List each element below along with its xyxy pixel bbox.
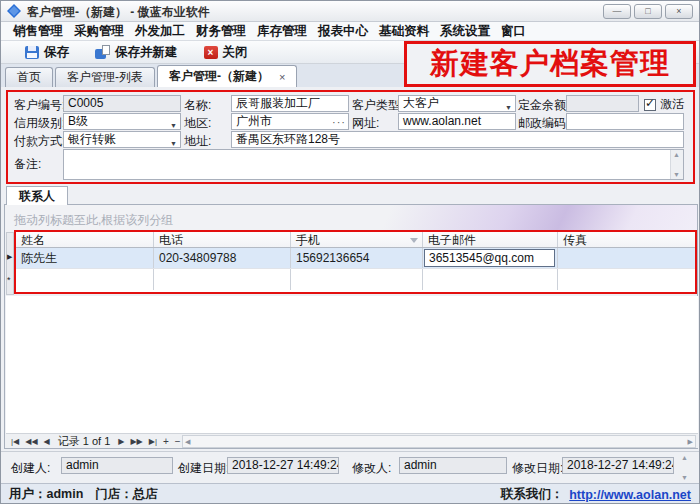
nav-next-page-button[interactable]: ▶▶ [130,437,142,446]
title-bar: 客户管理-（新建） - 傲蓝布业软件 — □ × [1,1,699,22]
customer-no-field[interactable]: C0005 [63,95,181,112]
nav-last-button[interactable]: ▶| [149,437,157,446]
payment-label: 付款方式: [14,133,65,150]
cell-email[interactable] [423,269,558,290]
menu-sales[interactable]: 销售管理 [13,23,63,40]
tab-customer-new-label: 客户管理-（新建） [169,68,269,85]
scroll-down-icon[interactable]: ▼ [673,171,680,178]
cell-fax[interactable] [558,269,691,290]
menu-settings[interactable]: 系统设置 [440,23,490,40]
current-row-marker-icon: ▶ [7,253,12,261]
deposit-field[interactable] [566,95,639,112]
save-label: 保存 [44,44,69,61]
app-window: 客户管理-（新建） - 傲蓝布业软件 — □ × 销售管理 采购管理 外发加工 … [0,0,700,504]
menu-window[interactable]: 窗口 [501,23,526,40]
annotation-text: 新建客户档案管理 [430,44,670,84]
scroll-left-icon[interactable]: ◀ [185,438,190,446]
table-row[interactable]: 陈先生 020-34809788 15692136654 36513545@qq… [16,248,695,269]
credit-select[interactable]: B级 ▼ [63,113,181,130]
horizontal-scrollbar[interactable]: ◀ ▶ [182,435,696,448]
cell-phone[interactable]: 020-34809788 [154,248,291,268]
modified-by-field: admin [399,457,507,474]
website-field[interactable]: www.aolan.net [398,113,516,130]
cell-name[interactable]: 陈先生 [16,248,154,268]
cell-mobile[interactable] [291,269,423,290]
address-field[interactable]: 番禺区东环路128号 [231,131,684,148]
close-tab-button[interactable]: × 关闭 [204,44,248,61]
cell-mobile[interactable]: 15692136654 [291,248,423,268]
credit-value: B级 [68,114,88,128]
column-header-mobile[interactable]: 手机 [291,232,423,247]
region-field[interactable]: 广州市 ··· [231,113,349,130]
new-row-marker-icon: * [7,275,11,285]
cell-fax[interactable] [558,248,691,268]
chevron-down-icon: ▼ [170,136,177,148]
minimize-button[interactable]: — [603,4,631,19]
remark-scrollbar[interactable]: ▲ ▼ [670,150,683,179]
nav-delete-button[interactable]: − [175,436,181,447]
scroll-up-icon[interactable]: ▲ [681,454,688,461]
customer-no-label: 客户编号: [14,97,65,114]
zip-label: 邮政编码: [518,115,569,132]
remark-textarea[interactable]: ▲ ▼ [63,149,684,180]
grid-group-panel[interactable]: 拖动列标题至此,根据该列分组 [5,205,697,232]
scroll-down-icon[interactable]: ▼ [681,474,688,481]
table-row-new[interactable] [16,269,695,290]
menu-bar: 销售管理 采购管理 外发加工 财务管理 库存管理 报表中心 基础资料 系统设置 … [1,22,699,41]
website-link[interactable]: http://www.aolan.net [569,488,691,502]
tab-customer-new[interactable]: 客户管理-（新建） × [157,65,297,87]
close-label: 关闭 [223,44,248,61]
tab-home[interactable]: 首页 [5,67,53,87]
scroll-up-icon[interactable]: ▲ [673,151,680,158]
menu-inventory[interactable]: 库存管理 [257,23,307,40]
status-store: 门店：总店 [95,486,158,503]
active-checkbox-label: 激活 [660,96,684,113]
nav-next-button[interactable]: ▶ [118,437,124,446]
created-by-field: admin [61,457,173,474]
cell-email[interactable]: 36513545@qq.com [423,248,558,268]
column-header-fax[interactable]: 传真 [558,232,691,247]
nav-prev-page-button[interactable]: ◀◀ [25,437,37,446]
nav-append-button[interactable]: + [163,436,169,447]
customer-type-select[interactable]: 大客户 ▼ [398,95,516,112]
tab-close-icon[interactable]: × [279,71,285,83]
column-header-email[interactable]: 电子邮件 [423,232,558,247]
record-navigator: |◀ ◀◀ ◀ 记录 1 of 1 ▶ ▶▶ ▶| + − ▲ ✓ × ◀ ▶ [6,433,698,448]
name-field[interactable]: 辰哥服装加工厂 [231,95,349,112]
active-checkbox[interactable]: ✓ 激活 [644,96,684,113]
save-button[interactable]: 保存 [25,44,69,61]
panel-scrollbar[interactable]: ▲ ▼ [678,454,692,481]
filter-funnel-icon[interactable] [410,238,418,243]
save-and-new-button[interactable]: 保存并新建 [95,44,178,61]
menu-basic-data[interactable]: 基础资料 [379,23,429,40]
close-red-icon: × [204,46,218,59]
grid-row-selector-strip: ▶ * [6,232,14,295]
menu-reports[interactable]: 报表中心 [318,23,368,40]
zip-field[interactable] [566,113,684,130]
nav-prev-button[interactable]: ◀ [44,437,50,446]
column-header-phone[interactable]: 电话 [154,232,291,247]
nav-first-button[interactable]: |◀ [11,437,19,446]
menu-finance[interactable]: 财务管理 [196,23,246,40]
status-bar: 用户：admin 门店：总店 联系我们： http://www.aolan.ne… [1,483,699,504]
close-button[interactable]: × [665,4,693,19]
created-by-label: 创建人: [11,460,50,477]
group-panel-hint: 拖动列标题至此,根据该列分组 [14,212,173,229]
column-header-name[interactable]: 姓名 [16,232,154,247]
menu-outsourcing[interactable]: 外发加工 [135,23,185,40]
maximize-button[interactable]: □ [634,4,662,19]
scroll-right-icon[interactable]: ▶ [688,438,693,446]
payment-value: 银行转账 [68,132,116,146]
contact-us-label: 联系我们： [501,486,564,503]
payment-select[interactable]: 银行转账 ▼ [63,131,181,148]
chevron-down-icon: ▼ [505,100,512,112]
cell-name[interactable] [16,269,154,290]
cell-phone[interactable] [154,269,291,290]
region-value: 广州市 [236,114,272,128]
email-cell-editor[interactable]: 36513545@qq.com [424,249,555,267]
region-label: 地区: [184,115,211,132]
ellipsis-browse-icon[interactable]: ··· [332,115,346,130]
tab-contacts[interactable]: 联系人 [6,186,68,205]
menu-purchase[interactable]: 采购管理 [74,23,124,40]
tab-customer-list[interactable]: 客户管理-列表 [55,67,155,87]
